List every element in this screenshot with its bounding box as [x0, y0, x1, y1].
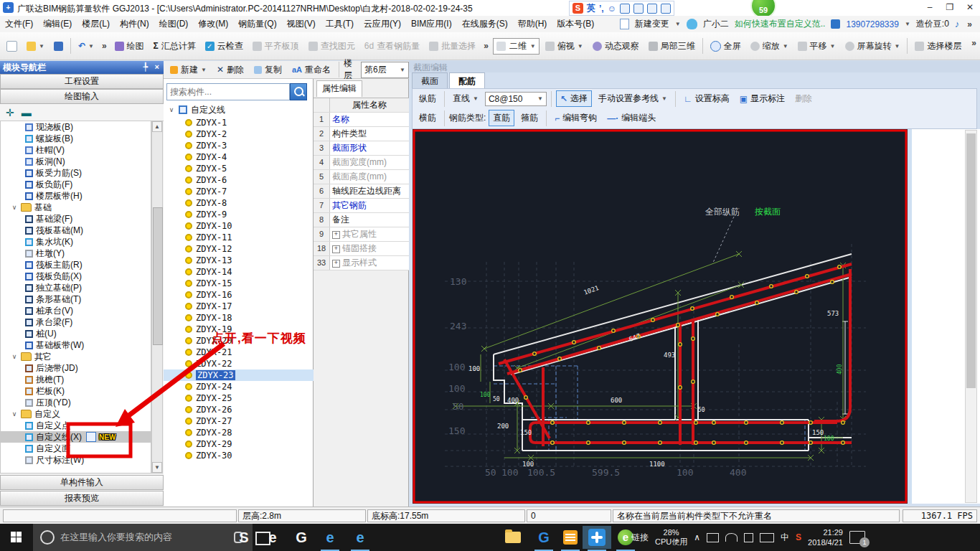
taskbar-app-edge[interactable]: e: [316, 526, 344, 549]
property-row[interactable]: 18+锚固搭接: [314, 242, 409, 256]
draw-button[interactable]: 绘图: [111, 38, 148, 55]
menu-item[interactable]: 钢筋量(Q): [233, 18, 281, 30]
tree-item[interactable]: 独立基础(P): [1, 282, 151, 293]
tree-item[interactable]: 板洞(N): [1, 156, 151, 167]
screen-rotate-button[interactable]: 屏幕旋转▼: [842, 38, 904, 55]
expand-all-icon[interactable]: ✛: [6, 107, 14, 118]
show-annotation-button[interactable]: ▣显示标注: [736, 91, 788, 106]
property-row[interactable]: 5截面高度(mm): [314, 170, 409, 184]
chevron-down-icon[interactable]: ▼: [905, 21, 910, 27]
pan-button[interactable]: 平移▼: [794, 38, 839, 55]
align-slab-top-button[interactable]: 平齐板顶: [249, 38, 303, 55]
property-row[interactable]: 2构件类型: [314, 127, 409, 141]
tree-item[interactable]: 板负筋(F): [1, 179, 151, 190]
line-type-dropdown[interactable]: 直线▼: [449, 91, 482, 106]
local-3d-button[interactable]: 局部三维: [645, 38, 699, 55]
full-screen-button[interactable]: 全屏: [707, 38, 745, 55]
menu-item[interactable]: 文件(F): [0, 18, 38, 30]
tree-item[interactable]: 筏板负筋(X): [1, 270, 151, 282]
tip-link[interactable]: 如何快速布置自定义范..: [735, 18, 826, 30]
touch-keyboard-icon[interactable]: [760, 533, 774, 542]
construct-list-item[interactable]: ZDYX-18: [164, 312, 314, 324]
open-file-button[interactable]: ▼: [23, 39, 48, 53]
wifi-icon[interactable]: [725, 533, 738, 542]
construct-list-item[interactable]: ZDYX-6: [164, 174, 314, 186]
project-settings-button[interactable]: 工程设置: [0, 74, 164, 89]
taskbar-app-glodon[interactable]: G: [529, 526, 558, 549]
keyboard-icon[interactable]: [633, 4, 644, 14]
menu-item[interactable]: 楼层(L): [77, 18, 115, 30]
tree-item[interactable]: 现浇板(B): [1, 121, 151, 133]
tree-item[interactable]: 柱墩(Y): [1, 248, 151, 259]
save-button[interactable]: [50, 39, 67, 53]
construct-list-item[interactable]: ZDYX-7: [164, 186, 314, 197]
tree-item[interactable]: 条形基础(T): [1, 293, 151, 305]
construct-list-item[interactable]: ZDYX-24: [164, 381, 314, 392]
volume-icon[interactable]: [744, 533, 753, 542]
tree-item[interactable]: 挑檐(T): [1, 374, 151, 385]
close-button[interactable]: ✕: [960, 0, 980, 15]
set-elevation-button[interactable]: ∟设置标高: [680, 91, 733, 106]
minimize-button[interactable]: –: [920, 0, 940, 15]
ime-mode-indicator[interactable]: 中: [781, 532, 789, 544]
rename-construct-button[interactable]: aA重命名: [288, 62, 334, 78]
construct-list-item[interactable]: ZDYX-27: [164, 415, 314, 427]
tree-item[interactable]: 承台梁(F): [1, 316, 151, 328]
taskbar-app-notes[interactable]: [556, 526, 585, 549]
construct-list-item[interactable]: ZDYX-11: [164, 232, 314, 243]
tree-item[interactable]: 自定义点: [1, 420, 151, 431]
undo-button[interactable]: ↶▼: [75, 39, 98, 53]
tree-item[interactable]: 筏板主筋(R): [1, 259, 151, 270]
tree-item[interactable]: 自定义线(X)NEW: [1, 431, 151, 443]
tree-item[interactable]: 楼层板带(H): [1, 190, 151, 202]
construct-list-item[interactable]: ZDYX-2: [164, 128, 314, 140]
construct-list-item[interactable]: ZDYX-3: [164, 140, 314, 151]
find-element-button[interactable]: 查找图元: [305, 38, 359, 55]
expand-icon[interactable]: +: [332, 231, 340, 239]
report-preview-button[interactable]: 报表预览: [0, 491, 164, 506]
mic-icon[interactable]: [620, 4, 630, 14]
construct-list-item[interactable]: ZDYX-26: [164, 404, 314, 415]
orbit-button[interactable]: 动态观察: [589, 38, 643, 55]
construct-list-item[interactable]: ZDYX-29: [164, 438, 314, 450]
tree-item[interactable]: 集水坑(K): [1, 236, 151, 248]
construct-list-item[interactable]: ZDYX-9: [164, 209, 314, 220]
construct-list-item[interactable]: ZDYX-10: [164, 220, 314, 232]
tree-item[interactable]: ∨其它: [1, 351, 151, 362]
property-row[interactable]: 9+其它属性: [314, 227, 409, 242]
tree-item[interactable]: 基础板带(W): [1, 339, 151, 351]
construct-list-item[interactable]: ZDYX-23: [164, 369, 314, 381]
pick-floor-button[interactable]: 选择楼层: [911, 38, 965, 55]
stirrup-button[interactable]: 箍筋: [517, 110, 542, 126]
scroll-down-icon[interactable]: ▼: [152, 462, 162, 473]
construct-list-item[interactable]: ZDYX-30: [164, 450, 314, 461]
tab-property-edit[interactable]: 属性编辑: [316, 80, 362, 97]
delete-rebar-button[interactable]: 删除: [791, 91, 816, 106]
menu-item[interactable]: 云应用(Y): [359, 18, 406, 30]
batch-select-button[interactable]: 批量选择: [425, 38, 479, 55]
view-mode-combo[interactable]: 二维▼: [493, 38, 540, 55]
taskbar-app-ie-white[interactable]: e: [258, 526, 287, 549]
assistant-label[interactable]: 广小二: [703, 18, 729, 30]
account-phone[interactable]: 13907298339: [846, 19, 898, 29]
sogou-icon[interactable]: S: [573, 3, 583, 14]
ime-punct-icon[interactable]: ’,: [599, 4, 604, 14]
manual-reference-line-button[interactable]: 手动设置参考线▼: [595, 91, 671, 106]
action-center-icon[interactable]: 1: [849, 531, 865, 544]
bell-icon[interactable]: ♪: [955, 19, 960, 29]
construct-list-item[interactable]: ZDYX-15: [164, 278, 314, 289]
menu-item[interactable]: 工具(T): [321, 18, 359, 30]
menu-item[interactable]: 视图(V): [282, 18, 321, 30]
construct-list-item[interactable]: ZDYX-5: [164, 163, 314, 174]
ime-lang-label[interactable]: 英: [587, 2, 595, 14]
chevron-down-icon[interactable]: ∨: [11, 410, 18, 418]
tree-item[interactable]: 自定义面: [1, 443, 151, 454]
floor-select[interactable]: 第6层▼: [361, 62, 409, 78]
longitudinal-rebar-button[interactable]: 纵筋: [415, 91, 440, 106]
property-row[interactable]: 6轴线距左边线距离: [314, 184, 409, 199]
menu-item[interactable]: 修改(M): [193, 18, 233, 30]
construct-list-item[interactable]: ZDYX-1: [164, 117, 314, 128]
tree-item[interactable]: 柱帽(V): [1, 144, 151, 156]
top-view-button[interactable]: 俯视▼: [542, 38, 587, 55]
taskbar-clock[interactable]: 21:292018/4/21: [808, 527, 843, 547]
